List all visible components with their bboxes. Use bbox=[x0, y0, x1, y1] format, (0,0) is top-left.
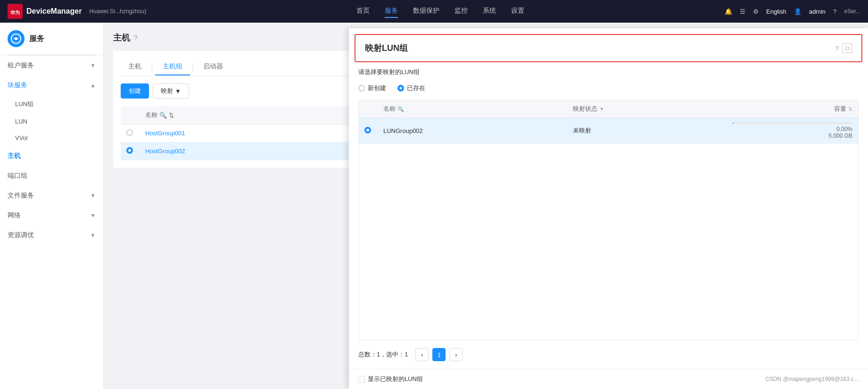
close-icon: □ bbox=[845, 45, 849, 51]
show-mapped-lun-label[interactable]: 显示已映射的LUN组 bbox=[358, 375, 423, 383]
huawei-logo-icon: 华为 bbox=[8, 4, 23, 19]
capacity-bar bbox=[733, 122, 852, 124]
row1-radio-cell bbox=[121, 124, 140, 142]
radio-new-create[interactable]: 新创建 bbox=[358, 84, 386, 92]
show-mapped-lun-checkbox[interactable] bbox=[358, 376, 365, 382]
pagination-page-1-button[interactable]: 1 bbox=[432, 348, 446, 361]
select-prompt: 请选择要映射的LUN组 bbox=[358, 68, 859, 76]
lun-group-label: LUN组 bbox=[15, 100, 33, 108]
inner-col-map-status-filter-icon[interactable]: ▼ bbox=[599, 106, 604, 112]
menu-service[interactable]: 服务 bbox=[385, 5, 398, 18]
sidebar-item-block-service[interactable]: 块服务 ▲ bbox=[0, 75, 103, 95]
sidebar-service-title: 服务 bbox=[29, 34, 44, 44]
file-service-arrow: ▼ bbox=[90, 192, 96, 199]
lun-group-table: 名称 🔍 映射状态 ▼ bbox=[359, 100, 858, 144]
lun-row1-radio[interactable] bbox=[364, 127, 371, 133]
radio-existing-label: 已存在 bbox=[407, 84, 425, 92]
radio-existing-circle bbox=[397, 85, 404, 91]
help-icon[interactable]: ? bbox=[833, 8, 836, 15]
col-name-sort-icon[interactable]: ⇅ bbox=[169, 112, 174, 119]
tab-host-group[interactable]: 主机组 bbox=[155, 58, 190, 75]
top-navigation: 华为 DeviceManager Huawei.St...hzngzhou) 首… bbox=[0, 0, 868, 23]
top-right-controls: 🔔 ☰ ⚙ English 👤 admin ? eSer... bbox=[725, 8, 860, 15]
dialog-footer: 显示已映射的LUN组 CSDN @mapengpeng1999@163.c... bbox=[349, 369, 868, 389]
lun-row1-map-status-cell: 未映射 bbox=[567, 118, 727, 144]
inner-col-radio-header bbox=[359, 100, 378, 118]
sidebar-item-host[interactable]: 主机 bbox=[0, 146, 103, 166]
sidebar-item-network-label: 网络 bbox=[8, 211, 21, 220]
radio-new-create-circle bbox=[358, 85, 365, 91]
device-name: Huawei.St...hzngzhou) bbox=[89, 8, 146, 15]
menu-settings[interactable]: 设置 bbox=[511, 5, 524, 18]
lun-label: LUN bbox=[15, 118, 27, 125]
lun-row1-map-status: 未映射 bbox=[573, 127, 591, 134]
tenant-service-arrow: ▼ bbox=[90, 62, 96, 69]
dialog-help-icon[interactable]: ? bbox=[835, 45, 839, 52]
app-name: DeviceManager bbox=[26, 7, 82, 16]
eserv-label[interactable]: eSer... bbox=[844, 8, 860, 15]
lun-row1-name: LUNGroup002 bbox=[383, 127, 423, 134]
watermark-text: CSDN @mapengpeng1999@163.c... bbox=[765, 376, 859, 382]
menu-home[interactable]: 首页 bbox=[356, 5, 370, 18]
main-menu: 首页 服务 数据保护 监控 系统 设置 bbox=[156, 5, 725, 18]
create-button[interactable]: 创建 bbox=[121, 83, 149, 99]
radio-group: 新创建 已存在 bbox=[358, 84, 859, 92]
settings-icon[interactable]: ⚙ bbox=[753, 8, 759, 15]
sidebar-item-network[interactable]: 网络 ▼ bbox=[0, 206, 103, 225]
menu-data-protection[interactable]: 数据保护 bbox=[413, 5, 439, 18]
col-name-search-icon[interactable]: 🔍 bbox=[159, 112, 167, 119]
tab-host[interactable]: 主机 bbox=[121, 58, 149, 75]
sidebar-item-block-service-label: 块服务 bbox=[8, 81, 27, 90]
row1-name[interactable]: HostGroup001 bbox=[145, 130, 185, 137]
menu-monitor[interactable]: 监控 bbox=[455, 5, 468, 18]
lun-group-row[interactable]: LUNGroup002 未映射 0.00% 5.000 GB bbox=[359, 118, 858, 144]
sidebar-item-file-service[interactable]: 文件服务 ▼ bbox=[0, 186, 103, 206]
service-icon bbox=[8, 30, 25, 47]
row2-radio[interactable] bbox=[126, 147, 133, 154]
main-layout: 服务 租户服务 ▼ 块服务 ▲ LUN组 LUN VVol 主机 端口组 bbox=[0, 23, 868, 389]
tasks-icon[interactable]: ☰ bbox=[740, 8, 745, 15]
inner-col-map-status-header: 映射状态 ▼ bbox=[567, 100, 727, 118]
dialog-close-button[interactable]: □ bbox=[843, 43, 852, 53]
map-button-label: 映射 bbox=[161, 87, 173, 95]
map-lun-group-dialog: 映射LUN组 ? □ 请选择要映射的LUN组 新创建 已存在 bbox=[349, 28, 868, 389]
page-title: 主机 bbox=[113, 32, 130, 43]
app-logo: 华为 DeviceManager Huawei.St...hzngzhou) bbox=[8, 4, 146, 19]
sidebar: 服务 租户服务 ▼ 块服务 ▲ LUN组 LUN VVol 主机 端口组 bbox=[0, 23, 104, 389]
sidebar-item-port-group-label: 端口组 bbox=[8, 172, 27, 180]
sidebar-subitem-lun-group[interactable]: LUN组 bbox=[0, 95, 103, 113]
menu-system[interactable]: 系统 bbox=[483, 5, 496, 18]
lun-row1-capacity-total: 5.000 GB bbox=[733, 132, 852, 139]
sidebar-item-port-group[interactable]: 端口组 bbox=[0, 166, 103, 186]
sidebar-item-resource-tuning[interactable]: 资源调优 ▼ bbox=[0, 225, 103, 245]
radio-existing[interactable]: 已存在 bbox=[397, 84, 425, 92]
dialog-title: 映射LUN组 bbox=[365, 42, 408, 54]
inner-col-capacity-sort-icon[interactable]: ⇅ bbox=[848, 106, 852, 112]
username[interactable]: admin bbox=[809, 8, 826, 15]
sidebar-item-host-label: 主机 bbox=[8, 152, 21, 160]
block-service-arrow: ▲ bbox=[90, 82, 96, 89]
page-help-icon[interactable]: ? bbox=[134, 34, 138, 41]
tab-initiator[interactable]: 启动器 bbox=[196, 58, 231, 75]
user-icon[interactable]: 👤 bbox=[794, 8, 802, 15]
sidebar-item-tenant-service-label: 租户服务 bbox=[8, 61, 34, 70]
pagination-prev-button[interactable]: ‹ bbox=[415, 348, 429, 361]
inner-col-capacity-label: 容量 bbox=[834, 105, 846, 113]
row1-radio[interactable] bbox=[126, 129, 133, 136]
map-button[interactable]: 映射 ▼ bbox=[153, 83, 189, 99]
notification-icon[interactable]: 🔔 bbox=[725, 8, 732, 15]
sidebar-subitem-vvol[interactable]: VVol bbox=[0, 130, 103, 146]
row2-name[interactable]: HostGroup002 bbox=[145, 148, 185, 155]
lun-row1-radio-cell bbox=[359, 118, 378, 144]
sidebar-subitem-lun[interactable]: LUN bbox=[0, 113, 103, 130]
inner-col-name-search-icon[interactable]: 🔍 bbox=[397, 106, 404, 112]
dialog-body: 请选择要映射的LUN组 新创建 已存在 bbox=[349, 68, 868, 369]
lun-row1-capacity-cell: 0.00% 5.000 GB bbox=[727, 118, 858, 144]
language-selector[interactable]: English bbox=[766, 8, 786, 15]
inner-col-map-status-label: 映射状态 bbox=[573, 105, 597, 113]
pagination-info: 总数：1，选中：1 bbox=[358, 350, 408, 359]
col-radio-header bbox=[121, 106, 140, 124]
pagination-next-button[interactable]: › bbox=[449, 348, 463, 361]
tab-sep-1: | bbox=[149, 58, 155, 75]
sidebar-item-tenant-service[interactable]: 租户服务 ▼ bbox=[0, 56, 103, 75]
